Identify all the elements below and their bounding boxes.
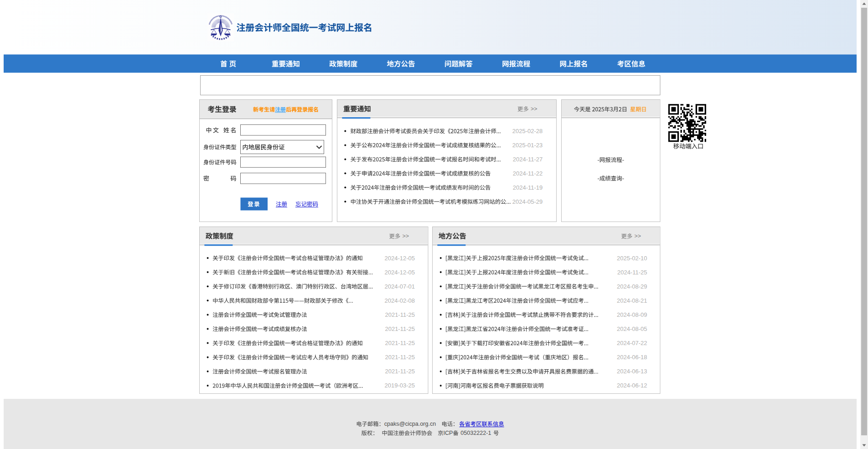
- svg-text:05032222-1: 05032222-1: [460, 430, 491, 436]
- svg-text:2019-03-25: 2019-03-25: [385, 382, 415, 389]
- svg-text:2024-06-18: 2024-06-18: [617, 354, 647, 361]
- svg-text:ICP: ICP: [444, 430, 453, 436]
- svg-text:2024-11-19: 2024-11-19: [513, 184, 543, 191]
- svg-text:2021-11-25: 2021-11-25: [385, 340, 415, 346]
- svg-text:2024-06-13: 2024-06-13: [617, 368, 647, 375]
- svg-text:2024-12-05: 2024-12-05: [385, 255, 415, 262]
- svg-text:2024-07-01: 2024-07-01: [385, 283, 415, 290]
- svg-text:>>: >>: [402, 233, 409, 239]
- svg-text:2024-08-29: 2024-08-29: [617, 283, 647, 290]
- svg-text:>>: >>: [634, 233, 641, 239]
- svg-text:2025-02-28: 2025-02-28: [512, 128, 543, 134]
- svg-text:2024-12-05: 2024-12-05: [385, 269, 415, 276]
- svg-text:2025-01-23: 2025-01-23: [512, 142, 543, 149]
- svg-text:2024-11-27: 2024-11-27: [513, 156, 543, 163]
- svg-text:2024-08-21: 2024-08-21: [617, 297, 647, 304]
- svg-text:2021-11-25: 2021-11-25: [385, 325, 415, 332]
- svg-text:2024-08-05: 2024-08-05: [617, 325, 647, 332]
- svg-text:>>: >>: [531, 106, 537, 112]
- svg-text:2024-07-22: 2024-07-22: [617, 340, 647, 346]
- svg-text:2021-11-25: 2021-11-25: [385, 368, 415, 375]
- svg-text:cpaks@cicpa.org.cn: cpaks@cicpa.org.cn: [384, 421, 436, 427]
- svg-text:2025-02-10: 2025-02-10: [617, 255, 647, 262]
- svg-text:2024-05-29: 2024-05-29: [512, 198, 543, 205]
- svg-text:2021-11-25: 2021-11-25: [385, 354, 415, 361]
- svg-text:2024-11-22: 2024-11-22: [513, 170, 543, 177]
- svg-text:2024-08-09: 2024-08-09: [617, 311, 647, 318]
- svg-text:2024-11-25: 2024-11-25: [617, 269, 647, 276]
- svg-text:2024-06-12: 2024-06-12: [617, 382, 647, 389]
- svg-text:2024-02-08: 2024-02-08: [385, 297, 415, 304]
- svg-text:2021-11-25: 2021-11-25: [385, 311, 415, 318]
